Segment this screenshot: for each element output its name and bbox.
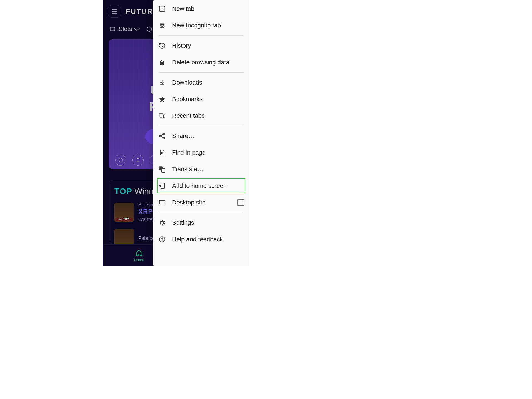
menu-label: Add to home screen xyxy=(172,182,227,190)
desktop-icon xyxy=(158,199,166,206)
history-icon xyxy=(158,42,166,50)
svg-rect-9 xyxy=(159,114,163,117)
add-to-home-icon xyxy=(158,182,166,190)
help-icon xyxy=(158,236,166,243)
menu-desktop-site[interactable]: Desktop site xyxy=(153,194,249,211)
menu-label: Share… xyxy=(172,132,195,140)
menu-separator xyxy=(159,126,244,126)
browser-overflow-menu: New tab New Incognito tab History Delete… xyxy=(153,0,249,266)
svg-point-7 xyxy=(160,26,162,28)
menu-label: History xyxy=(172,42,191,49)
mobile-viewport: FUTUR Slots ORTSBO UP TO 3 RISK-FR LET'S xyxy=(103,0,249,266)
menu-label: Bookmarks xyxy=(172,96,203,103)
menu-incognito[interactable]: New Incognito tab xyxy=(153,17,249,34)
menu-label: Desktop site xyxy=(172,199,206,206)
svg-rect-10 xyxy=(163,115,165,118)
menu-help[interactable]: Help and feedback xyxy=(153,231,249,248)
star-icon xyxy=(158,95,166,103)
menu-delete-data[interactable]: Delete browsing data xyxy=(153,54,249,71)
svg-rect-17 xyxy=(161,183,164,189)
menu-label: Settings xyxy=(172,219,194,226)
menu-label: Translate… xyxy=(172,166,203,173)
incognito-icon xyxy=(158,22,166,29)
menu-label: Find in page xyxy=(172,149,206,156)
translate-icon xyxy=(158,165,166,173)
menu-add-to-home-screen[interactable]: Add to home screen xyxy=(156,178,246,194)
find-in-page-icon xyxy=(158,149,166,157)
trash-icon xyxy=(158,58,166,66)
plus-square-icon xyxy=(158,5,166,13)
menu-new-tab[interactable]: New tab xyxy=(153,1,249,17)
menu-separator xyxy=(159,35,244,36)
menu-label: New tab xyxy=(172,5,195,12)
menu-label: New Incognito tab xyxy=(172,22,221,29)
svg-point-8 xyxy=(162,26,164,28)
menu-find-in-page[interactable]: Find in page xyxy=(153,144,249,161)
menu-settings[interactable]: Settings xyxy=(153,214,249,231)
menu-recent-tabs[interactable]: Recent tabs xyxy=(153,108,249,124)
menu-downloads[interactable]: Downloads xyxy=(153,74,249,91)
menu-separator xyxy=(159,72,244,73)
svg-point-20 xyxy=(162,241,162,241)
desktop-site-checkbox[interactable] xyxy=(237,199,244,206)
download-icon xyxy=(158,79,166,86)
menu-translate[interactable]: Translate… xyxy=(153,161,249,178)
gear-icon xyxy=(158,219,166,227)
svg-point-14 xyxy=(161,152,163,154)
svg-rect-18 xyxy=(159,200,165,204)
menu-bookmarks[interactable]: Bookmarks xyxy=(153,91,249,108)
menu-label: Help and feedback xyxy=(172,236,223,243)
menu-label: Downloads xyxy=(172,79,202,86)
menu-share[interactable]: Share… xyxy=(153,128,249,144)
devices-icon xyxy=(158,112,166,120)
share-icon xyxy=(158,132,166,140)
menu-history[interactable]: History xyxy=(153,37,249,54)
menu-separator xyxy=(159,213,244,213)
menu-label: Recent tabs xyxy=(172,112,204,119)
svg-rect-16 xyxy=(162,169,165,172)
menu-label: Delete browsing data xyxy=(172,59,229,66)
